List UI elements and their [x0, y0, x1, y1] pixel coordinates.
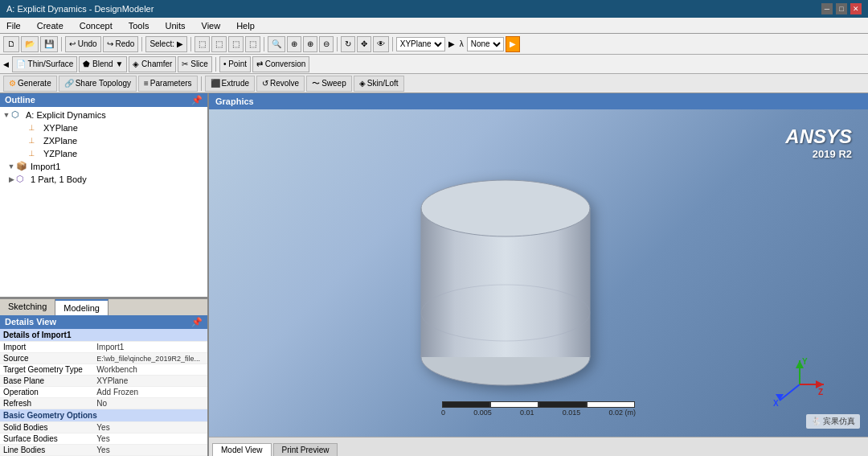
- detail-val-target[interactable]: Workbench: [93, 364, 207, 376]
- extrude-icon: ⬛: [211, 79, 220, 88]
- tool-btn-3[interactable]: ⬚: [228, 36, 244, 52]
- menu-create[interactable]: Create: [34, 20, 67, 31]
- svg-line-6: [780, 384, 800, 401]
- undo-button[interactable]: ↩ Undo: [65, 36, 101, 52]
- zoom-out-btn[interactable]: ⊖: [319, 36, 334, 52]
- detail-val-source[interactable]: E:\wb_file\qinche_2019R2_file...: [93, 353, 207, 364]
- tab-model-view[interactable]: Model View: [212, 443, 272, 456]
- extrude-button[interactable]: ⬛ Extrude: [205, 76, 255, 92]
- tree-item-root-label: A: Explicit Dynamics: [26, 110, 106, 120]
- tree-item-partbody[interactable]: ▶ ⬡ 1 Part, 1 Body: [0, 173, 207, 186]
- tree-item-yzplane[interactable]: ⟂ YZPlane: [0, 147, 207, 160]
- tree-item-import1[interactable]: ▼ 📦 Import1: [0, 160, 207, 173]
- menu-concept[interactable]: Concept: [76, 20, 116, 31]
- svg-text:X: X: [773, 399, 779, 408]
- window-controls[interactable]: ─ □ ✕: [821, 3, 862, 14]
- tab-sketching[interactable]: Sketching: [0, 299, 55, 315]
- main-area: Outline 📌 ▼ ⬡ A: Explicit Dynamics ⟂ XYP…: [0, 93, 868, 456]
- separator-1: [61, 37, 62, 51]
- pan-btn[interactable]: ✥: [357, 36, 371, 52]
- detail-key-import: Import: [0, 342, 93, 353]
- scale-segment-4: [587, 401, 635, 408]
- graphics-panel: Graphics ANSYS 2019 R2: [209, 93, 868, 456]
- tree-item-partbody-label: 1 Part, 1 Body: [31, 175, 87, 184]
- graphics-canvas[interactable]: ANSYS 2019 R2: [209, 109, 868, 437]
- zoom-in-btn[interactable]: ⊕: [303, 36, 317, 52]
- tool-btn-1[interactable]: ⬚: [194, 36, 210, 52]
- menu-view[interactable]: View: [199, 20, 224, 31]
- svg-text:Y: Y: [802, 357, 808, 366]
- detail-val-surface[interactable]: Yes: [93, 433, 207, 445]
- scale-label-01: 0.01: [520, 409, 534, 417]
- slice-button[interactable]: ✂ Slice: [178, 56, 211, 72]
- details-title: Details View: [5, 317, 56, 327]
- chamfer-button[interactable]: ◈ Chamfer: [129, 56, 176, 72]
- zoom-fit-btn[interactable]: ⊕: [287, 36, 301, 52]
- outline-title: Outline: [5, 95, 35, 105]
- detail-val-solid[interactable]: Yes: [93, 422, 207, 433]
- app-title: A: Explicit Dynamics - DesignModeler: [6, 4, 154, 14]
- expand-import-icon[interactable]: ▼: [6, 162, 16, 170]
- details-pin-icon[interactable]: 📌: [191, 317, 203, 327]
- model-view-label: Model View: [221, 446, 263, 454]
- conversion-button[interactable]: ⇄ Conversion: [252, 56, 309, 72]
- detail-key-line: Line Bodies: [0, 445, 93, 456]
- arrow-left-icon: ◀: [3, 60, 9, 68]
- tool-btn-2[interactable]: ⬚: [211, 36, 227, 52]
- detail-row-line: Line Bodies Yes: [0, 445, 207, 456]
- tree-item-xyplane[interactable]: ⟂ XYPlane: [0, 121, 207, 134]
- rotate-btn[interactable]: ↻: [341, 36, 355, 52]
- select-button[interactable]: Select: ▶: [145, 36, 186, 52]
- thin-surface-button[interactable]: 📄 Thin/Surface: [12, 56, 77, 72]
- revolve-button[interactable]: ↺ Revolve: [256, 76, 305, 92]
- detail-val-line[interactable]: Yes: [93, 445, 207, 456]
- outline-pin-icon[interactable]: 📌: [191, 95, 203, 105]
- tree-item-zxplane[interactable]: ⟂ ZXPlane: [0, 134, 207, 147]
- new-button[interactable]: 🗋: [3, 36, 19, 52]
- parameters-button[interactable]: ≡ Parameters: [138, 76, 198, 92]
- skin-loft-button[interactable]: ◈ Skin/Loft: [354, 76, 404, 92]
- expand-root-icon[interactable]: ▼: [2, 111, 11, 119]
- plane-zx-icon: ⟂: [29, 135, 42, 146]
- generate-button[interactable]: ⚙ Generate: [3, 76, 57, 92]
- graphics-title: Graphics: [215, 97, 254, 106]
- bottom-tabs: Model View Print Preview: [209, 437, 868, 456]
- outline-tree: ▼ ⬡ A: Explicit Dynamics ⟂ XYPlane ⟂ ZXP…: [0, 107, 207, 187]
- ribbon: ⚙ Generate 🔗 Share Topology ≡ Parameters…: [0, 74, 868, 93]
- scale-label-02: 0.02 (m): [608, 409, 636, 417]
- blend-button[interactable]: ⬟ Blend ▼: [79, 56, 127, 72]
- open-button[interactable]: 📂: [21, 36, 39, 52]
- menu-file[interactable]: File: [3, 20, 24, 31]
- share-topology-button[interactable]: 🔗 Share Topology: [59, 76, 137, 92]
- minimize-button[interactable]: ─: [821, 3, 833, 14]
- redo-button[interactable]: ↪ Redo: [103, 36, 139, 52]
- cylinder-3d: [401, 152, 610, 395]
- detail-val-op[interactable]: Add Frozen: [93, 387, 207, 398]
- expand-part-icon[interactable]: ▶: [6, 175, 16, 183]
- none-select[interactable]: None: [467, 37, 504, 51]
- tab-modeling[interactable]: Modeling: [55, 299, 108, 315]
- detail-val-base[interactable]: XYPlane: [93, 376, 207, 387]
- menu-help[interactable]: Help: [233, 20, 258, 31]
- menu-tools[interactable]: Tools: [125, 20, 153, 31]
- zoom-btn[interactable]: 🔍: [268, 36, 285, 52]
- tool-btn-4[interactable]: ⬚: [245, 36, 260, 52]
- apply-button[interactable]: ▶: [506, 36, 520, 52]
- view-btn[interactable]: 👁: [373, 36, 389, 52]
- tree-item-root[interactable]: ▼ ⬡ A: Explicit Dynamics: [0, 109, 207, 121]
- sweep-button[interactable]: 〜 Sweep: [306, 76, 352, 92]
- separator-3: [190, 37, 191, 51]
- detail-key-base: Base Plane: [0, 376, 93, 387]
- point-button[interactable]: • Point: [219, 56, 251, 72]
- separator-5: [337, 37, 338, 51]
- detail-val-import[interactable]: Import1: [93, 342, 207, 353]
- menu-units[interactable]: Units: [162, 20, 188, 31]
- save-button[interactable]: 💾: [40, 36, 58, 52]
- detail-val-refresh[interactable]: No: [93, 398, 207, 409]
- detail-row-surface: Surface Bodies Yes: [0, 433, 207, 445]
- tab-print-preview[interactable]: Print Preview: [273, 443, 338, 456]
- maximize-button[interactable]: □: [836, 3, 847, 14]
- close-button[interactable]: ✕: [850, 3, 862, 14]
- plane-select[interactable]: XYPlane ZXPlane YZPlane: [396, 37, 445, 51]
- detail-row-base: Base Plane XYPlane: [0, 376, 207, 387]
